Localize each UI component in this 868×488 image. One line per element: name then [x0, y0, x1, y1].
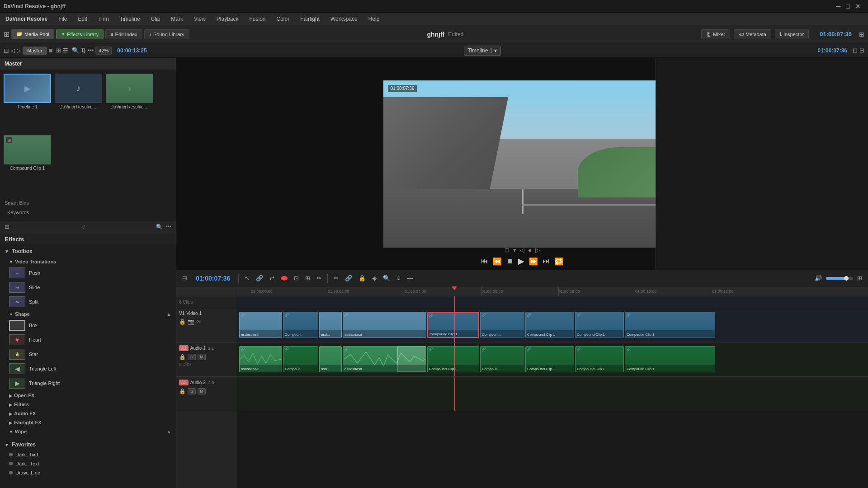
v1-lock-icon[interactable]: 🔒	[179, 319, 186, 325]
audio-fx-header[interactable]: ▶Audio FX	[0, 408, 176, 418]
select-tool[interactable]: ↖	[242, 273, 252, 283]
media-item-timeline1[interactable]: ▶ Timeline 1	[4, 74, 51, 131]
trim-tool[interactable]: ⊞	[303, 273, 312, 283]
tl-more[interactable]: ⊞	[855, 273, 864, 283]
timeline-selector[interactable]: Timeline 1 ▾	[464, 46, 501, 56]
more-icon[interactable]: •••	[88, 47, 94, 54]
restore-icon[interactable]: ⊡	[853, 47, 858, 54]
v1-clip-6-compound[interactable]: 🔗 Compoun...	[480, 312, 524, 338]
menu-davinci[interactable]: DaVinci Resolve	[4, 16, 49, 22]
effects-search-icon[interactable]: 🔍	[156, 224, 163, 230]
zoom-value[interactable]: 42%	[95, 47, 112, 55]
v1-clip-7-compound[interactable]: 🔗 Compound Clip 1	[525, 312, 574, 338]
media-pool-btn[interactable]: 📁 Media Pool	[11, 29, 54, 39]
timeline-scroll[interactable]: 01:00:00:00 01:00:02:00 01:00:04:00 01:0…	[237, 286, 868, 488]
v1-clip-3[interactable]: asd...	[319, 312, 342, 338]
viewer-options[interactable]: ▾	[513, 247, 516, 253]
search-icon[interactable]: 🔍	[72, 47, 79, 54]
menu-trim[interactable]: Trim	[96, 16, 111, 22]
a2-mute-btn[interactable]: M	[198, 388, 206, 394]
menu-playback[interactable]: Playback	[215, 16, 241, 22]
v1-clip-8-compound[interactable]: 🔗 Compound Clip 1	[575, 312, 624, 338]
wipe-collapse-icon[interactable]: ▲	[166, 429, 171, 434]
play-btn[interactable]: ▶	[518, 256, 524, 266]
edit-index-btn[interactable]: ≡ Edit Index	[105, 29, 142, 39]
menu-file[interactable]: File	[57, 16, 69, 22]
zoom-in[interactable]: 🔍	[381, 273, 392, 283]
fairlight-fx-header[interactable]: ▶Fairlight FX	[0, 418, 176, 427]
fav-item-dark-hird[interactable]: Dark...hird	[0, 450, 176, 459]
fav-item-dark-text[interactable]: Dark...Text	[0, 459, 176, 468]
menu-mark[interactable]: Mark	[169, 16, 185, 22]
media-item-compound1[interactable]: ⊞ Compound Clip 1	[4, 135, 51, 193]
menu-timeline[interactable]: Timeline	[118, 16, 142, 22]
video-transitions-header[interactable]: ▼Video Transitions	[0, 257, 176, 266]
fullscreen-icon[interactable]: ⊞	[859, 47, 864, 54]
menu-fairlight[interactable]: Fairlight	[298, 16, 321, 22]
push-effect[interactable]: → Push	[0, 266, 176, 280]
viewer-toggle[interactable]: ⊡	[505, 247, 509, 253]
zoom-out[interactable]: ⊖	[394, 274, 403, 282]
nav-back[interactable]: ◁	[11, 47, 15, 54]
close-btn[interactable]: ✕	[855, 3, 861, 10]
panel-nav-back[interactable]: ◁	[81, 224, 85, 230]
menu-view[interactable]: View	[192, 16, 208, 22]
go-to-start-btn[interactable]: ⏮	[481, 257, 488, 265]
volume-icon[interactable]: 🔊	[812, 273, 824, 283]
shape-header[interactable]: ▼Shape ▲	[0, 309, 176, 318]
a1-clip-2[interactable]: 🔗 Compoun...	[283, 346, 318, 372]
tl-panel-toggle[interactable]: ⊟	[180, 273, 189, 283]
viewer-next-frame[interactable]: ▷	[535, 247, 540, 253]
snap-btn[interactable]: ⊡	[292, 273, 301, 283]
a1-clip-3[interactable]: asd...	[319, 346, 342, 372]
blade-tool[interactable]: 🔗	[254, 273, 265, 283]
loop-btn[interactable]: 🔁	[554, 257, 563, 266]
keywords-item[interactable]: Keywords	[5, 208, 171, 216]
metadata-btn[interactable]: 🏷 Metadata	[734, 29, 771, 39]
a1-clip-6-compound[interactable]: 🔗 Compoun...	[480, 346, 524, 372]
dynamic-trim[interactable]: ⇄	[267, 273, 277, 283]
menu-help[interactable]: Help	[367, 16, 382, 22]
stop-btn[interactable]: ⏹	[506, 257, 514, 265]
minimize-btn[interactable]: ─	[836, 3, 841, 10]
lock-tool[interactable]: 🔒	[356, 273, 368, 283]
v1-clip-9-compound[interactable]: 🔗 Compound Clip 1	[625, 312, 715, 338]
slide-effect[interactable]: ⇥ Slide	[0, 280, 176, 295]
a1-lock-icon[interactable]: 🔒	[179, 354, 186, 360]
sound-library-btn[interactable]: ♪ Sound Library	[144, 29, 189, 39]
a1-clip-5-compound[interactable]: 🔗 Compound Clip 1	[427, 346, 479, 372]
sort-icon[interactable]: ⇅	[81, 47, 86, 54]
zoom-fit[interactable]: —	[405, 273, 415, 283]
open-fx-header[interactable]: ▶Open FX	[0, 390, 176, 399]
a1-solo-btn[interactable]: S	[188, 354, 196, 360]
link-tool[interactable]: 🔗	[343, 273, 354, 283]
split-effect[interactable]: ⇔ Split	[0, 295, 176, 309]
nav-forward[interactable]: ▷	[17, 47, 21, 54]
effects-library-btn[interactable]: ✦ Effects Library	[56, 29, 104, 39]
wipe-header[interactable]: ▼Wipe ▲	[0, 427, 176, 436]
next-frame-btn[interactable]: ⏩	[529, 257, 538, 266]
menu-edit[interactable]: Edit	[76, 16, 90, 22]
a2-solo-btn[interactable]: S	[188, 388, 196, 394]
panel-toggle[interactable]: ⊟	[4, 47, 9, 54]
v1-clip-2[interactable]: 🔗 Compoun...	[283, 312, 318, 338]
a1-mute-btn[interactable]: M	[198, 354, 206, 360]
favorites-header[interactable]: ▼ Favorites	[0, 439, 176, 450]
a1-clip-8-compound[interactable]: 🔗 Compound Clip 1	[575, 346, 624, 372]
menu-color[interactable]: Color	[275, 16, 292, 22]
fav-item-draw-line[interactable]: Draw...Line	[0, 468, 176, 477]
shape-collapse-icon[interactable]: ▲	[166, 311, 171, 317]
a1-clip-4[interactable]: 🔗 asdasdasd	[343, 346, 426, 372]
record-btn[interactable]: ⬬	[278, 272, 290, 284]
menu-fusion[interactable]: Fusion	[248, 16, 268, 22]
view-list[interactable]: ☰	[63, 47, 68, 54]
pen-tool[interactable]: ✏	[331, 273, 341, 283]
viewer-prev-marker[interactable]: ◁	[520, 247, 524, 253]
inspector-btn[interactable]: ℹ Inspector	[775, 29, 809, 39]
menu-workspace[interactable]: Workspace	[329, 16, 359, 22]
track-select[interactable]: ◈	[370, 273, 379, 283]
effects-more-icon[interactable]: •••	[165, 224, 171, 230]
v1-camera-icon[interactable]: 📷	[188, 319, 194, 325]
clip-tool[interactable]: ✂	[314, 273, 324, 283]
a1-clip-7-compound[interactable]: 🔗 Compound Clip 1	[525, 346, 574, 372]
